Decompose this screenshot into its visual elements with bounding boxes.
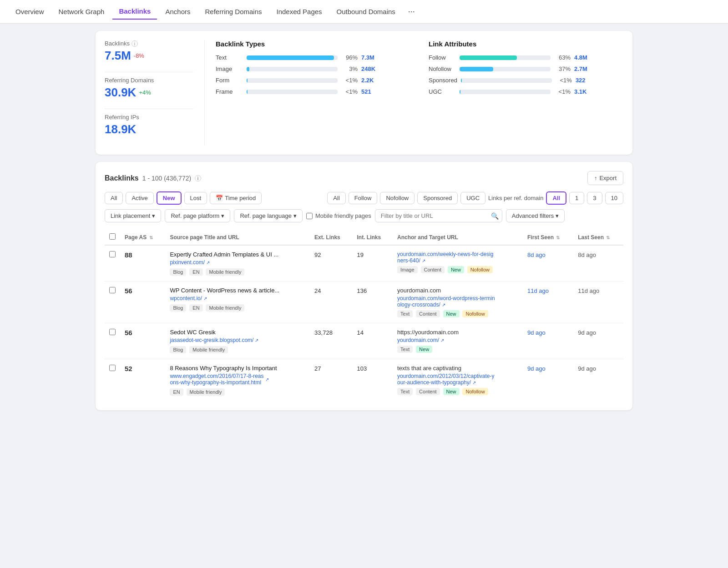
anchor-url-1[interactable]: yourdomain.com/weekly-news-for-designers…: [397, 251, 518, 264]
search-input[interactable]: [375, 209, 502, 222]
referring-ips-label: Referring IPs: [105, 114, 139, 121]
link-type-all[interactable]: All: [327, 192, 345, 204]
info-icon-table[interactable]: i: [195, 175, 201, 181]
nav-item-referring-domains[interactable]: Referring Domains: [198, 4, 268, 19]
tab-new[interactable]: New: [157, 191, 182, 205]
row-checkbox-4[interactable]: [109, 365, 116, 371]
mobile-friendly-checkbox-label[interactable]: Mobile friendly pages: [306, 212, 371, 219]
anchor-url-4[interactable]: yourdomain.com/2012/03/12/captivate-your…: [397, 373, 518, 386]
tag-text-4: Text: [397, 388, 413, 395]
tag-en-2: EN: [189, 304, 202, 312]
tag-blog-2: Blog: [170, 304, 186, 312]
backlinks-table: Page AS ⇅ Source page Title and URL Ext.…: [105, 230, 623, 401]
nav-item-indexed-pages[interactable]: Indexed Pages: [270, 4, 329, 19]
ref-page-language-label: Ref. page language: [240, 212, 291, 219]
time-period-button[interactable]: 📅 Time period: [210, 192, 262, 204]
int-links-3: 14: [357, 329, 364, 336]
ref-page-language-dropdown[interactable]: Ref. page language ▾: [234, 209, 302, 222]
tag-text-2: Text: [397, 310, 413, 317]
link-type-follow[interactable]: Follow: [349, 192, 378, 204]
page-as-4: 52: [125, 365, 132, 372]
table-card: Backlinks 1 - 100 (436,772) i ↑ Export A…: [96, 162, 632, 410]
referring-domains-label: Referring Domains: [105, 77, 154, 84]
row-checkbox-3[interactable]: [109, 329, 116, 335]
link-placement-label: Link placement: [111, 212, 150, 219]
tag-mobile-4: Mobile friendly: [187, 388, 225, 396]
links-per-10[interactable]: 10: [605, 192, 623, 204]
advanced-filters-button[interactable]: Advanced filters ▾: [506, 209, 565, 222]
source-title-2: WP Content - WordPress news & article...: [170, 287, 305, 294]
int-links-1: 19: [357, 251, 364, 258]
tag-en-1: EN: [189, 268, 202, 276]
table-range: 1 - 100 (436,772): [142, 175, 191, 182]
backlinks-stat: Backlinks i 7.5M -8%: [105, 40, 193, 63]
page-as-3: 56: [125, 329, 132, 337]
tag-en-4: EN: [170, 388, 183, 396]
tag-new-3: New: [416, 346, 432, 353]
tag-blog-1: Blog: [170, 268, 186, 276]
source-url-3[interactable]: jasasedot-wc-gresik.blogspot.com/ ↗: [170, 337, 305, 343]
tag-content-4: Content: [416, 388, 440, 395]
tab-all[interactable]: All: [105, 192, 123, 204]
anchor-url-2[interactable]: yourdomain.com/word-wordpress-terminolog…: [397, 295, 518, 308]
source-url-4[interactable]: www.engadget.com/2016/07/17-8-reasons-wh…: [170, 373, 305, 386]
search-input-wrap: 🔍: [375, 209, 502, 222]
nav-more-button[interactable]: ···: [404, 3, 420, 20]
nav-item-outbound-domains[interactable]: Outbound Domains: [330, 4, 402, 19]
row-checkbox-1[interactable]: [109, 251, 116, 257]
first-seen-2: 11d ago: [527, 287, 549, 294]
row-checkbox-2[interactable]: [109, 287, 116, 293]
source-url-1[interactable]: pixinvent.com/ ↗: [170, 259, 305, 266]
tab-lost[interactable]: Lost: [184, 192, 207, 204]
backlinks-label: Backlinks: [105, 40, 130, 47]
la-row-ugc: UGC <1% 3.1K: [429, 88, 623, 95]
links-per-1[interactable]: 1: [569, 192, 584, 204]
export-label: Export: [599, 175, 617, 181]
ref-page-platform-dropdown[interactable]: Ref. page platform ▾: [165, 209, 230, 222]
stats-card: Backlinks i 7.5M -8% Referring Domains 3…: [96, 31, 632, 155]
time-period-label: Time period: [225, 195, 256, 201]
link-placement-dropdown[interactable]: Link placement ▾: [105, 209, 161, 222]
info-icon-backlinks[interactable]: i: [131, 40, 138, 47]
mobile-friendly-checkbox[interactable]: [306, 213, 313, 219]
referring-ips-value: 18.9K: [105, 122, 136, 136]
first-seen-4: 9d ago: [527, 365, 546, 372]
select-all-checkbox[interactable]: [109, 233, 116, 240]
export-button[interactable]: ↑ Export: [587, 171, 623, 185]
link-attributes-title: Link Attributes: [429, 40, 623, 48]
col-ext-links: Ext. Links: [310, 230, 352, 245]
nav-item-anchors[interactable]: Anchors: [159, 4, 197, 19]
referring-domains-value: 30.9K: [105, 85, 136, 100]
tag-new-4: New: [443, 388, 460, 395]
anchor-url-3[interactable]: yourdomain.com/ ↗: [397, 337, 518, 343]
link-type-nofollow[interactable]: Nofollow: [380, 192, 415, 204]
links-per-3[interactable]: 3: [587, 192, 602, 204]
chevron-down-icon-platform: ▾: [221, 212, 224, 219]
tag-mobile-3: Mobile friendly: [189, 346, 228, 353]
advanced-filters-label: Advanced filters: [512, 212, 554, 219]
table-row: 88 Expertly Crafted Admin Templates & UI…: [105, 245, 623, 281]
page-as-2: 56: [125, 287, 132, 295]
table-row: 56 WP Content - WordPress news & article…: [105, 281, 623, 323]
nav-item-network-graph[interactable]: Network Graph: [52, 4, 111, 19]
tag-new-1: New: [448, 266, 464, 273]
first-seen-1: 8d ago: [527, 251, 546, 258]
page-as-1: 88: [125, 251, 132, 259]
source-url-2[interactable]: wpcontent.io/ ↗: [170, 295, 305, 302]
chevron-down-icon-placement: ▾: [152, 212, 155, 219]
link-type-sponsored[interactable]: Sponsored: [417, 192, 458, 204]
tag-blog-3: Blog: [170, 346, 186, 353]
tab-active[interactable]: Active: [126, 192, 153, 204]
bt-row-frame: Frame <1% 521: [216, 88, 410, 95]
ref-page-platform-label: Ref. page platform: [171, 212, 219, 219]
nav-item-backlinks[interactable]: Backlinks: [112, 4, 157, 20]
la-row-sponsored: Sponsored <1% 322: [429, 77, 623, 84]
link-type-ugc[interactable]: UGC: [460, 192, 485, 204]
int-links-4: 103: [357, 365, 367, 372]
links-per-all[interactable]: All: [546, 191, 566, 205]
tag-new-2: New: [443, 310, 460, 317]
nav-item-overview[interactable]: Overview: [9, 4, 51, 19]
tag-nofollow-1: Nofollow: [467, 266, 493, 273]
table-title-text: Backlinks: [105, 174, 139, 182]
links-per-label: Links per ref. domain: [488, 195, 543, 201]
